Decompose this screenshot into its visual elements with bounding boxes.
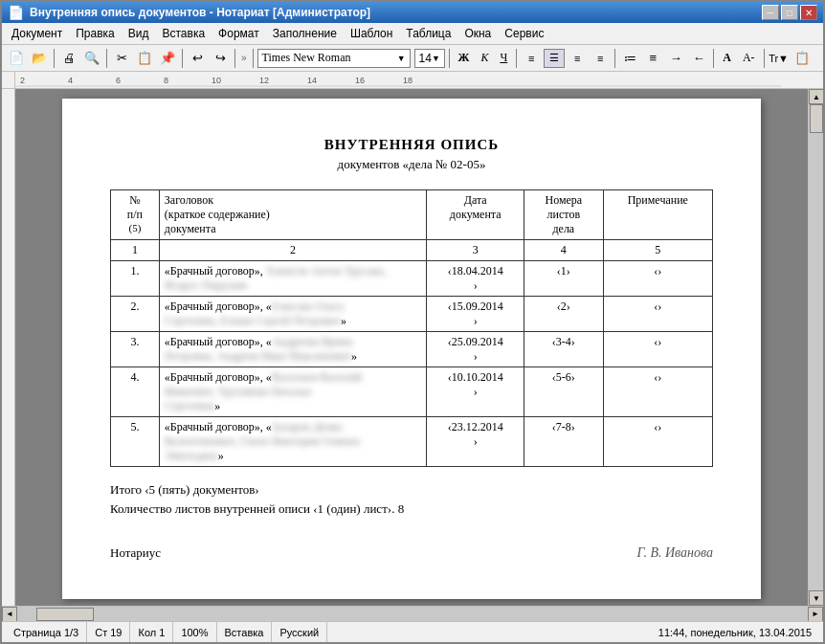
th-num-sub: (5) [116, 222, 154, 233]
menu-edit[interactable]: Правка [70, 25, 121, 42]
toolbar-sep-7 [516, 49, 517, 68]
menu-template[interactable]: Шаблон [345, 25, 398, 42]
ruler-svg: 2 4 6 8 10 12 14 16 18 [15, 72, 808, 88]
open-button[interactable]: 📂 [29, 48, 50, 69]
row-3-note: ‹› [603, 332, 712, 367]
font-size-value: 14 [419, 52, 432, 65]
scroll-left-button[interactable]: ◄ [2, 607, 17, 622]
align-center-button[interactable]: ☰ [544, 49, 565, 68]
font-size-minus[interactable]: A- [738, 49, 760, 68]
font-color-A[interactable]: A [718, 49, 736, 68]
row-2-note: ‹› [603, 297, 712, 332]
menu-document[interactable]: Документ [6, 25, 68, 42]
status-kol: Кол 1 [130, 622, 173, 642]
toolbar-sep-6 [449, 49, 450, 68]
vertical-scrollbar[interactable]: ▲ ▼ [808, 89, 823, 606]
menu-insert[interactable]: Вставка [157, 25, 212, 42]
print-button[interactable]: 🖨 [58, 48, 79, 69]
scroll-track[interactable] [809, 104, 823, 590]
redo-button[interactable]: ↪ [210, 48, 231, 69]
toolbar-sep-5 [253, 49, 254, 68]
row-1-blurred: Хаписов Антон Трусько, Игарос Пирулим [165, 264, 387, 292]
h-scroll-thumb[interactable] [36, 608, 94, 621]
font-size-field[interactable]: 14 ▼ [414, 49, 445, 68]
extra-button[interactable]: Tr▼ [769, 48, 790, 69]
cut-button[interactable]: ✂ [111, 48, 132, 69]
menu-fill[interactable]: Заполнение [267, 25, 343, 42]
row-1-date: ‹18.04.2014› [427, 261, 524, 297]
row-1-num: 1. [111, 261, 160, 297]
list2-button[interactable]: ≡ [642, 48, 663, 69]
footer-line-1: Итого ‹5 (пять) документов› [110, 482, 713, 498]
header-row-4: 4 [524, 240, 604, 261]
menu-windows[interactable]: Окна [458, 25, 497, 42]
bold-button[interactable]: Ж [454, 49, 475, 68]
row-1-sheets: ‹1› [524, 261, 604, 297]
list-button[interactable]: ≔ [619, 48, 640, 69]
status-lang: Русский [272, 622, 327, 642]
scroll-right-button[interactable]: ► [808, 607, 823, 622]
table-row: 1. «Брачный договор», Хаписов Антон Трус… [111, 261, 713, 297]
content-area[interactable]: ВНУТРЕННЯЯ ОПИСЬ документов «дела № 02-0… [15, 89, 808, 606]
ruler-corner [2, 72, 15, 88]
th-note: Примечание [603, 190, 712, 240]
row-2-title: «Брачный договор», «Елисова ОльгаСергеев… [159, 297, 427, 332]
status-mode: Вставка [217, 622, 273, 642]
menu-bar: Документ Правка Вид Вставка Формат Запол… [2, 23, 823, 45]
align-justify-button[interactable]: ≡ [590, 49, 611, 68]
minimize-button[interactable]: ─ [762, 5, 779, 20]
scroll-up-button[interactable]: ▲ [809, 89, 823, 104]
paste-button[interactable]: 📌 [157, 48, 178, 69]
main-window: 📄 Внутренняя опись документов - Нотариат… [0, 0, 825, 644]
more-tools-arrow[interactable]: » [241, 53, 247, 63]
header-row-5: 5 [603, 240, 712, 261]
window-controls: ─ □ ✕ [762, 5, 817, 20]
row-5-note: ‹› [603, 417, 712, 467]
row-2-blurred: Елисова ОльгаСергеевна, Елиша Сергей Пет… [165, 300, 344, 327]
align-right-button[interactable]: ≡ [567, 49, 588, 68]
row-3-title: «Брачный договор», «Андреева ИринаПетров… [159, 332, 427, 367]
scroll-down-button[interactable]: ▼ [809, 590, 823, 606]
h-scroll-track[interactable] [17, 607, 808, 621]
font-dropdown-icon: ▼ [397, 54, 406, 63]
outdent-button[interactable]: ← [688, 48, 709, 69]
footer-line-2: Количество листов внутренней описи ‹1 (о… [110, 501, 713, 517]
copy-button[interactable]: 📋 [134, 48, 155, 69]
document-subtitle: документов «дела № 02-05» [110, 157, 713, 172]
extra2-button[interactable]: 📋 [792, 48, 813, 69]
align-left-button[interactable]: ≡ [521, 49, 542, 68]
indent-button[interactable]: → [665, 48, 686, 69]
menu-table[interactable]: Таблица [400, 25, 457, 42]
new-button[interactable]: 📄 [6, 48, 27, 69]
svg-text:10: 10 [212, 76, 221, 85]
notary-label: Нотариус [110, 545, 161, 561]
undo-button[interactable]: ↩ [187, 48, 208, 69]
menu-format[interactable]: Формат [212, 25, 265, 42]
font-name-field[interactable]: Times New Roman ▼ [257, 49, 411, 68]
svg-text:18: 18 [403, 76, 412, 85]
toolbar: 📄 📂 🖨 🔍 ✂ 📋 📌 ↩ ↪ » Times New Roman ▼ 14… [2, 45, 823, 72]
row-2-date: ‹15.09.2014› [427, 297, 524, 332]
table-row: 2. «Брачный договор», «Елисова ОльгаСерг… [111, 297, 713, 332]
document-title: ВНУТРЕННЯЯ ОПИСЬ [110, 137, 713, 153]
italic-button[interactable]: К [476, 49, 493, 68]
toolbar-sep-10 [764, 49, 765, 68]
toolbar-sep-2 [106, 49, 107, 68]
menu-view[interactable]: Вид [123, 25, 155, 42]
header-row-2: 2 [159, 240, 427, 261]
svg-text:4: 4 [68, 76, 73, 85]
horizontal-scrollbar[interactable]: ◄ ► [2, 606, 823, 621]
menu-service[interactable]: Сервис [499, 25, 549, 42]
row-5-blurred: Захаров ДенисВалентинович, Ганло Виктори… [165, 420, 361, 462]
close-button[interactable]: ✕ [800, 5, 817, 20]
status-bar: Страница 1/3 Ст 19 Кол 1 100% Вставка Ру… [2, 621, 823, 642]
maximize-button[interactable]: □ [781, 5, 798, 20]
ruler: 2 4 6 8 10 12 14 16 18 [15, 72, 808, 88]
svg-text:8: 8 [164, 76, 168, 85]
row-3-date: ‹25.09.2014› [427, 332, 524, 367]
row-2-sheets: ‹2› [524, 297, 604, 332]
svg-text:6: 6 [116, 76, 121, 85]
underline-button[interactable]: Ч [495, 49, 512, 68]
preview-button[interactable]: 🔍 [81, 48, 102, 69]
scroll-thumb[interactable] [810, 104, 823, 133]
